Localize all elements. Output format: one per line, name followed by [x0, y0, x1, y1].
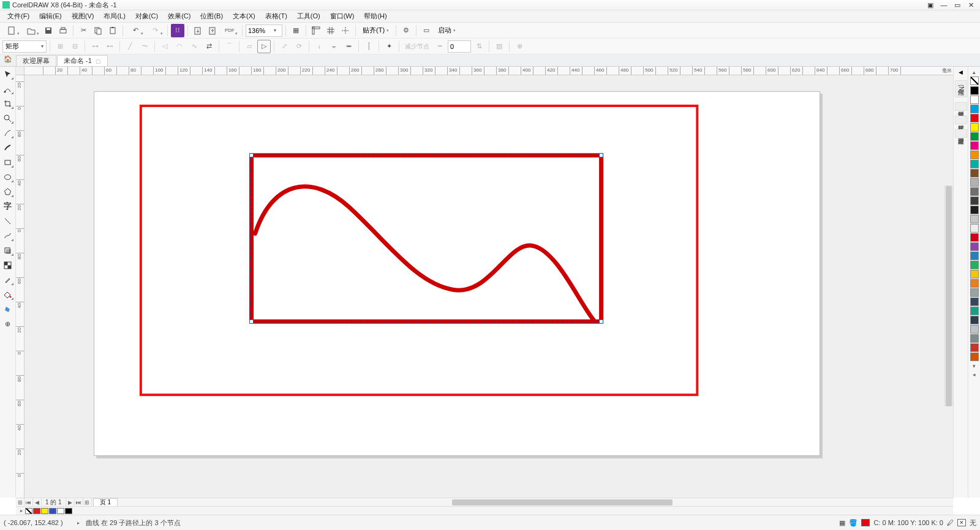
- color-swatch[interactable]: [970, 325, 979, 334]
- menu-edit[interactable]: 编辑(E): [34, 10, 67, 22]
- minimize-button[interactable]: —: [937, 1, 951, 9]
- ellipse-tool[interactable]: [2, 171, 14, 183]
- quick-customize-button[interactable]: ⊕: [2, 318, 14, 330]
- color-swatch[interactable]: [970, 233, 979, 242]
- page-last[interactable]: ⏭: [75, 498, 83, 507]
- fill-tool[interactable]: [2, 288, 14, 300]
- reflect-nodes-h-button[interactable]: ⥈: [342, 40, 355, 53]
- copy-button[interactable]: [91, 24, 105, 37]
- options-button[interactable]: ⚙: [399, 24, 413, 37]
- current-fill-swatch[interactable]: [861, 519, 870, 526]
- join-nodes-button[interactable]: ⊶: [88, 40, 102, 53]
- fullscreen-preview-button[interactable]: ▦: [289, 24, 303, 37]
- color-swatch[interactable]: [970, 114, 979, 122]
- reverse-direction-button[interactable]: ⇄: [202, 40, 216, 53]
- open-button[interactable]: [22, 24, 40, 37]
- maximize-button[interactable]: ▭: [951, 1, 964, 9]
- cut-button[interactable]: ✂: [77, 24, 90, 37]
- shape-tool[interactable]: [2, 83, 14, 95]
- horizontal-ruler[interactable]: 毫米 2040608010012014016018020022024026028…: [24, 67, 953, 75]
- delete-node-button[interactable]: ⊟: [68, 40, 81, 53]
- app-launcher-icon[interactable]: ▭: [420, 24, 433, 37]
- menu-view[interactable]: 视图(V): [67, 10, 99, 22]
- palette-scroll-up[interactable]: ▴: [973, 68, 976, 77]
- color-swatch[interactable]: [970, 151, 979, 159]
- node-edit-mode-combo[interactable]: 矩形▾: [2, 40, 47, 53]
- pick-tool[interactable]: [2, 68, 14, 80]
- color-swatch[interactable]: [970, 215, 979, 223]
- docpal-scroll-left[interactable]: ▸: [18, 508, 24, 513]
- to-curve-button[interactable]: 〜: [138, 40, 151, 53]
- zoom-tool[interactable]: [2, 112, 14, 124]
- menu-text[interactable]: 文本(X): [228, 10, 260, 22]
- add-node-button[interactable]: ⊞: [53, 40, 67, 53]
- align-nodes-h-button[interactable]: ⫞: [312, 40, 326, 53]
- docker-tab-obj-styles[interactable]: 对象样式: [955, 116, 967, 124]
- color-swatch[interactable]: [970, 279, 979, 288]
- color-swatch[interactable]: [970, 353, 979, 361]
- connector-tool[interactable]: [2, 230, 14, 242]
- menu-help[interactable]: 帮助(H): [359, 10, 391, 22]
- doc-color-swatch[interactable]: [41, 508, 48, 514]
- doc-color-swatch[interactable]: [65, 508, 72, 514]
- ruler-origin[interactable]: [16, 67, 24, 75]
- docpal-no-fill[interactable]: [25, 508, 32, 514]
- horizontal-scrollbar[interactable]: [121, 498, 953, 507]
- crop-tool[interactable]: [2, 97, 14, 110]
- curve-smoothness-value[interactable]: 0: [448, 40, 471, 53]
- color-swatch[interactable]: [970, 334, 979, 343]
- page-tab-1[interactable]: 页 1: [93, 498, 118, 507]
- menu-object[interactable]: 对象(C): [130, 10, 163, 22]
- drawing-canvas[interactable]: [24, 75, 953, 498]
- color-swatch[interactable]: [970, 252, 979, 260]
- menu-table[interactable]: 表格(T): [260, 10, 292, 22]
- color-swatch[interactable]: [970, 206, 979, 214]
- redo-button[interactable]: ↷: [146, 24, 164, 37]
- color-swatch[interactable]: [970, 242, 979, 251]
- color-swatch[interactable]: [970, 95, 979, 104]
- paste-button[interactable]: [106, 24, 119, 37]
- bounding-box-button[interactable]: ▨: [492, 40, 506, 53]
- color-swatch[interactable]: [970, 307, 979, 315]
- new-button[interactable]: [2, 24, 21, 37]
- object-origin-button[interactable]: ⊕: [513, 40, 526, 53]
- color-swatch[interactable]: [970, 288, 979, 297]
- page-prev[interactable]: ◀: [33, 498, 42, 507]
- snap-to-button[interactable]: 贴齐(T)▾: [359, 24, 393, 37]
- smooth-node-button[interactable]: ◠: [173, 40, 186, 53]
- transparency-tool[interactable]: [2, 259, 14, 271]
- artistic-media-tool[interactable]: [2, 141, 14, 154]
- vertical-scrollbar[interactable]: [944, 185, 953, 406]
- color-swatch[interactable]: [970, 169, 979, 177]
- color-swatch[interactable]: [970, 343, 979, 352]
- menu-tools[interactable]: 工具(O): [292, 10, 325, 22]
- text-tool[interactable]: 字: [2, 200, 14, 212]
- elastic-mode-button[interactable]: ┊: [362, 40, 375, 53]
- page-next[interactable]: ▶: [66, 498, 75, 507]
- vertical-ruler[interactable]: 200806040200806040200806040200: [16, 75, 24, 498]
- save-button[interactable]: [42, 24, 55, 37]
- page-add-before[interactable]: ⊞: [16, 498, 24, 507]
- launch-button[interactable]: 启动▾: [434, 24, 459, 37]
- docker-tab-hints[interactable]: 属性(N): [955, 80, 967, 97]
- docker-tab-obj-props[interactable]: 对象属性: [955, 102, 967, 111]
- docker-tab-obj-manager[interactable]: 对象管理器: [955, 129, 967, 138]
- smart-fill-tool[interactable]: [2, 303, 14, 315]
- color-swatch[interactable]: [970, 297, 979, 306]
- color-swatch[interactable]: [970, 261, 979, 269]
- color-swatch[interactable]: [970, 160, 979, 168]
- print-button[interactable]: [56, 24, 70, 37]
- color-swatch[interactable]: [970, 316, 979, 324]
- close-curve-button[interactable]: ▷: [257, 40, 271, 53]
- menu-window[interactable]: 窗口(W): [325, 10, 360, 22]
- menu-file[interactable]: 文件(F): [2, 10, 34, 22]
- menu-bitmap[interactable]: 位图(B): [195, 10, 228, 22]
- tab-welcome[interactable]: 欢迎屏幕: [16, 55, 56, 66]
- no-fill-swatch[interactable]: [970, 77, 979, 85]
- color-swatch[interactable]: [970, 86, 979, 95]
- extract-subpath-button[interactable]: ▱: [243, 40, 256, 53]
- color-swatch[interactable]: [970, 270, 979, 278]
- close-button[interactable]: ✕: [964, 1, 978, 9]
- color-swatch[interactable]: [970, 132, 979, 141]
- zoom-level-combo[interactable]: ▾: [246, 24, 282, 37]
